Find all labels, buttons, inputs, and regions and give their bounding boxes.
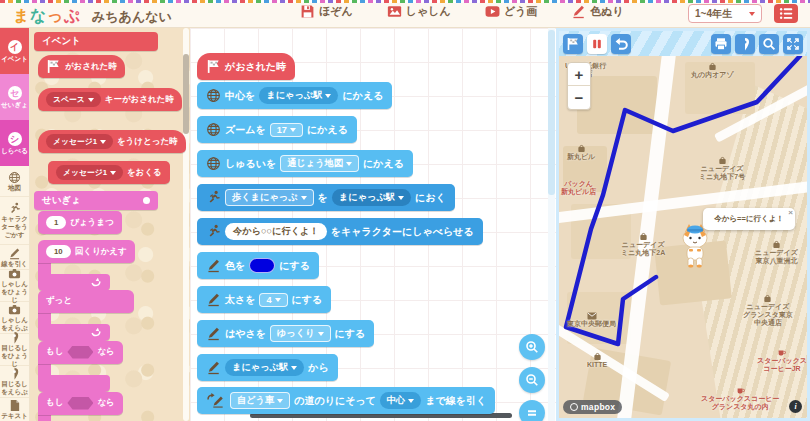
dropdown[interactable]: まにゃっぷ駅 bbox=[225, 359, 304, 376]
code-block[interactable]: 歩くまにゃっぷをまにゃっぷ駅におく bbox=[197, 184, 455, 211]
paint-button[interactable]: 色ぬり bbox=[571, 4, 624, 19]
palette-block[interactable]: メッセージ1をおくる bbox=[48, 161, 170, 184]
condition-slot[interactable] bbox=[67, 397, 93, 410]
info-icon[interactable]: i bbox=[789, 400, 802, 413]
palette-section-header[interactable]: イベント bbox=[34, 32, 158, 51]
zoom-reset-button[interactable] bbox=[519, 400, 545, 421]
dropdown[interactable]: 17 bbox=[270, 123, 303, 137]
code-block[interactable]: ズームを17にかえる bbox=[197, 116, 357, 143]
dropdown[interactable]: 4 bbox=[259, 293, 287, 307]
sidebar-item-map[interactable]: 地図 bbox=[0, 166, 29, 197]
dropdown[interactable]: 歩くまにゃっぷ bbox=[225, 189, 314, 206]
dropdown-value: 通じょう地図 bbox=[287, 157, 343, 170]
c-block-top[interactable]: 10回くりかえす bbox=[38, 240, 135, 263]
code-canvas[interactable]: がおされた時中心をまにゃっぷ駅にかえるズームを17にかえるしゅるいを通じょう地図… bbox=[190, 28, 556, 421]
dropdown[interactable]: まにゃっぷ駅 bbox=[332, 189, 411, 206]
photo-button[interactable]: しゃしん bbox=[387, 4, 451, 19]
zoom-out-button[interactable] bbox=[519, 367, 545, 393]
palette-hat-block[interactable]: スペースキーがおされた時 bbox=[38, 88, 182, 111]
palette-section-header[interactable]: せいぎょ bbox=[34, 191, 158, 210]
loop-icon bbox=[90, 277, 102, 288]
chevron-down-icon bbox=[110, 171, 116, 175]
pencil-icon bbox=[206, 292, 221, 307]
run-flag-button[interactable] bbox=[563, 34, 583, 54]
block-label: をおくる bbox=[127, 167, 162, 179]
palette-hat-block[interactable]: がおされた時 bbox=[38, 55, 125, 78]
map-zoom-in-button[interactable]: + bbox=[568, 63, 590, 86]
zoom-in-button[interactable] bbox=[519, 334, 545, 360]
code-hat-block[interactable]: がおされた時 bbox=[197, 53, 295, 80]
palette-c-block[interactable]: もしなら bbox=[38, 340, 123, 396]
dropdown[interactable]: メッセージ1 bbox=[46, 134, 113, 149]
dropdown[interactable]: 自どう車 bbox=[230, 392, 290, 409]
palette-scrollbar-thumb[interactable] bbox=[183, 54, 189, 134]
sidebar-item-show-marker[interactable]: 目じるしをひょうじ bbox=[0, 334, 29, 366]
c-block-bottom[interactable] bbox=[38, 324, 110, 341]
sidebar-item-move-character[interactable]: キャラクターをうごかす bbox=[0, 197, 29, 245]
sidebar-item-event[interactable]: イイベント bbox=[0, 28, 29, 74]
sidebar-item-show-photo[interactable]: しゃしんをひょうじ bbox=[0, 270, 29, 302]
chevron-down-icon bbox=[318, 332, 324, 336]
block-label: がおされた時 bbox=[65, 61, 117, 73]
camera-icon bbox=[8, 303, 21, 316]
c-block-bottom[interactable] bbox=[38, 375, 110, 392]
code-block[interactable]: はやさをゆっくりにする bbox=[197, 320, 374, 347]
color-swatch[interactable] bbox=[249, 258, 275, 273]
fullscreen-button[interactable] bbox=[783, 34, 803, 54]
vertical-scrollbar-thumb[interactable] bbox=[548, 30, 555, 195]
globe-icon bbox=[8, 171, 21, 184]
map-zoom-out-button[interactable]: − bbox=[568, 86, 590, 109]
palette-block[interactable]: 1びょうまつ bbox=[38, 211, 122, 234]
code-block[interactable]: 自どう車の道のりにそって中心まで線を引く bbox=[197, 387, 495, 414]
palette-hat-block[interactable]: メッセージ1をうけとった時 bbox=[38, 130, 186, 153]
code-block[interactable]: 中心をまにゃっぷ駅にかえる bbox=[197, 82, 392, 109]
map-canvas[interactable]: UFJ信託銀行 本店丸の内オアゾ新丸ビルパックん 新丸ビル店ニューデイズ ミニ丸… bbox=[559, 56, 807, 418]
sidebar-item-pick-marker[interactable]: 目じるしをえらぶ bbox=[0, 366, 29, 398]
menu-button[interactable] bbox=[774, 4, 798, 23]
map-poi-label: 新丸ビル bbox=[567, 144, 595, 161]
grade-select[interactable]: 1~4年生 bbox=[688, 4, 762, 23]
flag-icon bbox=[46, 59, 61, 74]
close-icon[interactable]: × bbox=[788, 208, 793, 217]
chevron-down-icon bbox=[277, 399, 283, 403]
c-block-top[interactable]: ずっと bbox=[38, 290, 134, 313]
c-block-top[interactable]: もしなら bbox=[38, 341, 123, 364]
logo-char: ま bbox=[13, 7, 30, 24]
decorative-stripe bbox=[0, 0, 810, 3]
dropdown[interactable]: ゆっくり bbox=[270, 325, 331, 342]
c-block-top[interactable]: もしなら bbox=[38, 392, 123, 415]
number-input[interactable]: 10 bbox=[46, 245, 71, 258]
condition-slot[interactable] bbox=[67, 346, 93, 359]
block-label: ズームを bbox=[225, 123, 266, 137]
undo-button[interactable] bbox=[611, 34, 631, 54]
video-button[interactable]: どう画 bbox=[485, 4, 538, 19]
code-block[interactable]: まにゃっぷ駅から bbox=[197, 354, 338, 381]
code-block[interactable]: 太さを4にする bbox=[197, 286, 331, 313]
dropdown[interactable]: メッセージ1 bbox=[56, 165, 123, 180]
palette-c-block[interactable]: もしなら bbox=[38, 391, 123, 421]
palette-c-block[interactable]: 10回くりかえす bbox=[38, 240, 135, 292]
dropdown[interactable]: スペース bbox=[46, 92, 101, 107]
number-input[interactable]: 1 bbox=[46, 216, 66, 229]
pause-button[interactable] bbox=[587, 34, 607, 54]
sidebar-item-pick-photo[interactable]: しゃしんをえらぶ bbox=[0, 302, 29, 334]
block-label: びょうまつ bbox=[70, 217, 114, 229]
text-input[interactable]: 今から○○に行くよ！ bbox=[225, 223, 327, 240]
palette-c-block[interactable]: ずっと bbox=[38, 289, 134, 342]
sidebar-item-control[interactable]: セせいぎょ bbox=[0, 74, 29, 120]
app-logo: まなっぷ bbox=[13, 6, 81, 27]
dropdown[interactable]: 中心 bbox=[380, 392, 421, 409]
sidebar-item-text[interactable]: テキストを bbox=[0, 398, 29, 421]
locate-button[interactable] bbox=[735, 34, 755, 54]
print-button[interactable] bbox=[711, 34, 731, 54]
sidebar-item-sensing[interactable]: シしらべる bbox=[0, 120, 29, 166]
code-block[interactable]: 今から○○に行くよ！をキャラクターにしゃべらせる bbox=[197, 218, 483, 245]
sidebar-item-label: 地図 bbox=[7, 184, 22, 192]
code-block[interactable]: 色をにする bbox=[197, 252, 319, 279]
dropdown[interactable]: 通じょう地図 bbox=[280, 155, 359, 172]
search-button[interactable] bbox=[759, 34, 779, 54]
code-block[interactable]: しゅるいを通じょう地図にかえる bbox=[197, 150, 413, 177]
save-button[interactable]: ほぞん bbox=[300, 4, 353, 19]
dropdown[interactable]: まにゃっぷ駅 bbox=[259, 87, 338, 104]
block-label: にかえる bbox=[363, 157, 404, 171]
